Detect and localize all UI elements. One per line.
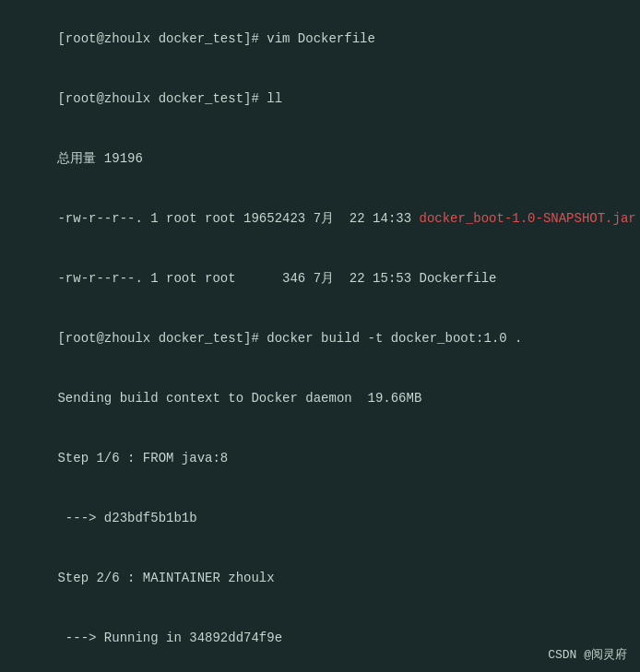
line-10: Step 2/6 : MAINTAINER zhoulx xyxy=(11,549,629,609)
line-6: [root@zhoulx docker_test]# docker build … xyxy=(11,309,629,369)
line-9: ---> d23bdf5b1b1b xyxy=(11,489,629,549)
line-1: [root@zhoulx docker_test]# vim Dockerfil… xyxy=(11,9,629,69)
terminal-output: [root@zhoulx docker_test]# vim Dockerfil… xyxy=(11,9,629,672)
line-8: Step 1/6 : FROM java:8 xyxy=(11,429,629,489)
line-5: -rw-r--r--. 1 root root 346 7月 22 15:53 … xyxy=(11,249,629,309)
line-2: [root@zhoulx docker_test]# ll xyxy=(11,69,629,129)
line-3: 总用量 19196 xyxy=(11,129,629,189)
line-11: ---> Running in 34892dd74f9e xyxy=(11,609,629,669)
watermark: CSDN @阅灵府 xyxy=(548,646,627,663)
line-7: Sending build context to Docker daemon 1… xyxy=(11,369,629,429)
line-4: -rw-r--r--. 1 root root 19652423 7月 22 1… xyxy=(11,189,629,249)
terminal-window: [root@zhoulx docker_test]# vim Dockerfil… xyxy=(0,0,640,672)
